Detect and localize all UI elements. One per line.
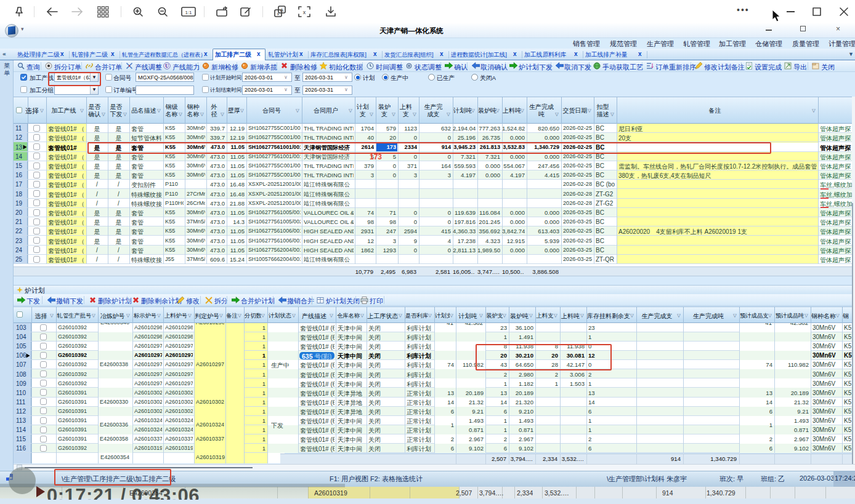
svg-text:1:1: 1:1 xyxy=(185,10,192,15)
svg-text:x: x xyxy=(277,11,280,17)
svg-text:x: x xyxy=(303,9,306,15)
svg-text:A: A xyxy=(280,7,284,13)
svg-text:U: U xyxy=(165,63,169,69)
